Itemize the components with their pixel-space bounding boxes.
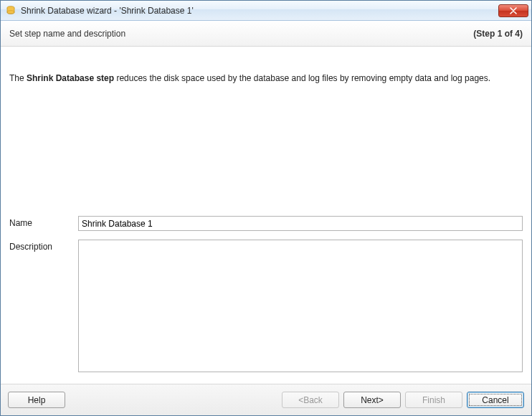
step-counter: (Step 1 of 4) <box>473 29 523 39</box>
close-button[interactable] <box>498 4 528 17</box>
cancel-button[interactable]: Cancel <box>467 392 524 408</box>
step-instruction: Set step name and description <box>9 29 125 39</box>
back-button[interactable]: <Back <box>282 392 339 408</box>
name-label: Name <box>9 216 74 231</box>
name-input[interactable] <box>78 216 523 231</box>
description-label: Description <box>9 240 74 372</box>
close-icon <box>510 7 517 14</box>
intro-emphasis: Shrink Database step <box>27 73 114 83</box>
description-field-wrap <box>78 240 523 372</box>
app-icon <box>5 5 16 16</box>
wizard-window: Shrink Database wizard - 'Shrink Databas… <box>0 0 532 416</box>
help-button[interactable]: Help <box>8 392 65 408</box>
next-button[interactable]: Next> <box>343 392 401 408</box>
content-area: The Shrink Database step reduces the dis… <box>1 47 531 384</box>
step-header: Set step name and description (Step 1 of… <box>1 21 531 47</box>
titlebar: Shrink Database wizard - 'Shrink Databas… <box>1 1 531 21</box>
form: Name Description <box>9 216 523 372</box>
finish-button[interactable]: Finish <box>405 392 462 408</box>
footer-button-bar: Help <Back Next> Finish Cancel <box>1 384 531 415</box>
intro-text: The Shrink Database step reduces the dis… <box>9 55 523 85</box>
window-title: Shrink Database wizard - 'Shrink Databas… <box>21 6 498 16</box>
description-input[interactable] <box>79 240 522 372</box>
